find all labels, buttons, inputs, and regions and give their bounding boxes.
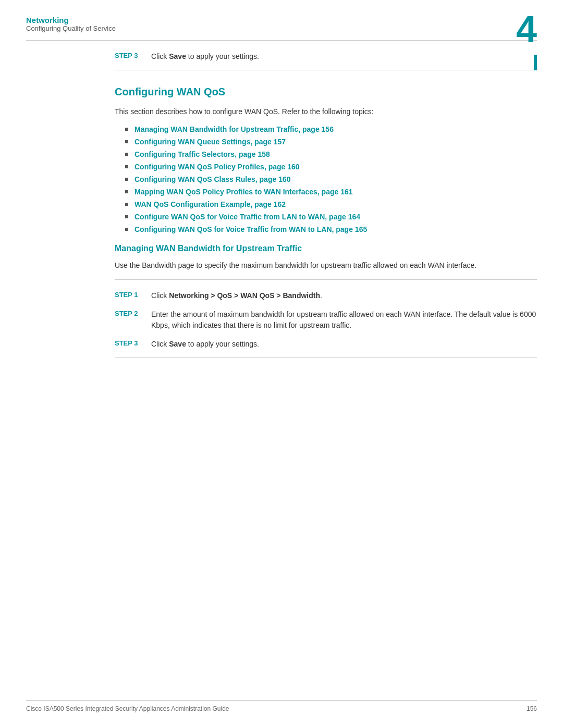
managing-bandwidth-heading: Managing WAN Bandwidth for Upstream Traf… — [115, 244, 537, 253]
initial-step3-text: Click Save to apply your settings. — [151, 51, 259, 62]
initial-step3-bold: Save — [169, 52, 186, 60]
list-item: Managing WAN Bandwidth for Upstream Traf… — [125, 125, 537, 133]
header-left: Networking Configuring Quality of Servic… — [26, 16, 537, 32]
bullet-icon — [125, 215, 128, 218]
topic-link-8[interactable]: Configure WAN QoS for Voice Traffic from… — [134, 213, 360, 221]
bandwidth-step1-label: STEP 1 — [115, 290, 146, 299]
topic-link-7[interactable]: WAN QoS Configuration Example, page 162 — [134, 200, 286, 208]
bandwidth-step3-text: Click Save to apply your settings. — [151, 339, 259, 350]
footer-text: Cisco ISA500 Series Integrated Security … — [26, 705, 229, 712]
step-divider-top — [115, 70, 537, 70]
bandwidth-step2-label: STEP 2 — [115, 309, 146, 317]
bullet-icon — [125, 190, 128, 193]
bandwidth-step-2: STEP 2 Enter the amount of maximum bandw… — [115, 309, 537, 331]
list-item: WAN QoS Configuration Example, page 162 — [125, 200, 537, 208]
step-divider-bottom — [115, 357, 537, 358]
list-item: Configuring WAN Queue Settings, page 157 — [125, 138, 537, 146]
initial-step3-label: STEP 3 — [115, 51, 146, 59]
topic-link-9[interactable]: Configuring WAN QoS for Voice Traffic fr… — [134, 225, 367, 233]
managing-bandwidth-intro: Use the Bandwidth page to specify the ma… — [115, 260, 537, 271]
chapter-bar — [534, 55, 537, 70]
wan-qos-intro: This section describes how to configure … — [115, 106, 537, 117]
step-divider-mid — [115, 279, 537, 280]
topic-link-6[interactable]: Mapping WAN QoS Policy Profiles to WAN I… — [134, 188, 353, 196]
bullet-icon — [125, 128, 128, 131]
bandwidth-step1-bold: Networking > QoS > WAN QoS > Bandwidth — [169, 291, 320, 300]
bandwidth-step-1: STEP 1 Click Networking > QoS > WAN QoS … — [115, 290, 537, 301]
topic-link-2[interactable]: Configuring WAN Queue Settings, page 157 — [134, 138, 286, 146]
bullet-icon — [125, 228, 128, 231]
bandwidth-step1-text: Click Networking > QoS > WAN QoS > Bandw… — [151, 290, 322, 301]
bandwidth-step-3: STEP 3 Click Save to apply your settings… — [115, 339, 537, 350]
topic-link-5[interactable]: Configuring WAN QoS Class Rules, page 16… — [134, 175, 291, 183]
bullet-icon — [125, 203, 128, 206]
list-item: Configuring Traffic Selectors, page 158 — [125, 150, 537, 158]
bandwidth-step3-bold: Save — [169, 340, 186, 348]
list-item: Configuring WAN QoS for Voice Traffic fr… — [125, 225, 537, 233]
page-container: Networking Configuring Quality of Servic… — [0, 0, 563, 728]
wan-qos-heading: Configuring WAN QoS — [115, 86, 537, 98]
bullet-icon — [125, 140, 128, 143]
bullet-icon — [125, 153, 128, 156]
topic-link-4[interactable]: Configuring WAN QoS Policy Profiles, pag… — [134, 163, 300, 171]
list-item: Configuring WAN QoS Class Rules, page 16… — [125, 175, 537, 183]
topic-link-3[interactable]: Configuring Traffic Selectors, page 158 — [134, 150, 270, 158]
page-footer: Cisco ISA500 Series Integrated Security … — [26, 700, 537, 712]
bullet-icon — [125, 165, 128, 168]
initial-step-3: STEP 3 Click Save to apply your settings… — [115, 51, 537, 62]
topic-link-1[interactable]: Managing WAN Bandwidth for Upstream Traf… — [134, 125, 334, 133]
main-content: STEP 3 Click Save to apply your settings… — [0, 41, 563, 379]
list-item: Configuring WAN QoS Policy Profiles, pag… — [125, 163, 537, 171]
list-item: Mapping WAN QoS Policy Profiles to WAN I… — [125, 188, 537, 196]
header-title: Networking — [26, 16, 537, 24]
page-header: Networking Configuring Quality of Servic… — [0, 0, 563, 32]
chapter-number: 4 — [516, 10, 537, 48]
footer-page: 156 — [527, 705, 537, 712]
list-item: Configure WAN QoS for Voice Traffic from… — [125, 213, 537, 221]
topic-list: Managing WAN Bandwidth for Upstream Traf… — [125, 125, 537, 233]
bullet-icon — [125, 178, 128, 181]
bandwidth-step2-text: Enter the amount of maximum bandwidth fo… — [151, 309, 537, 331]
bandwidth-step3-label: STEP 3 — [115, 339, 146, 347]
header-subtitle: Configuring Quality of Service — [26, 24, 537, 32]
